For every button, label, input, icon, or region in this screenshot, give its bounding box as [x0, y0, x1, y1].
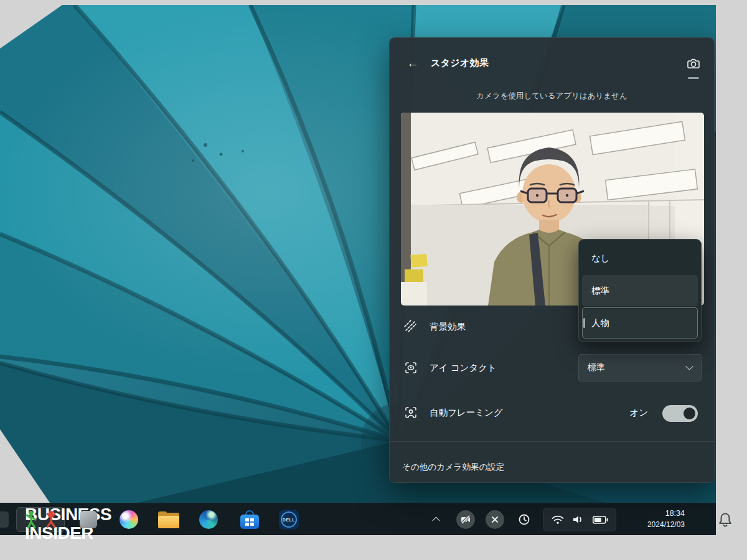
figure-green-app-icon[interactable] [24, 510, 39, 529]
auto-framing-label: 自動フレーミング [430, 407, 503, 419]
edge-browser-icon[interactable] [199, 510, 218, 529]
eye-contact-label: アイ コンタクト [430, 362, 497, 374]
background-effects-menu: なし 標準 人物 [578, 239, 702, 342]
grey-app-icon[interactable] [80, 511, 97, 528]
tray-date: 2024/12/03 [625, 520, 685, 530]
back-button[interactable]: ← [402, 53, 423, 74]
copilot-icon[interactable] [120, 510, 138, 529]
eye-contact-select-value: 標準 [588, 362, 605, 373]
camera-settings-button[interactable] [683, 53, 704, 74]
auto-framing-state-label: オン [611, 398, 648, 427]
camera-status-text: カメラを使用しているアプリはありません [390, 91, 714, 101]
auto-framing-toggle[interactable] [662, 405, 698, 422]
microsoft-store-icon[interactable] [240, 510, 259, 530]
camera-icon [686, 56, 701, 71]
camera-off-button[interactable] [456, 510, 475, 529]
toggle-knob [684, 408, 695, 419]
figure-red-app-icon[interactable] [44, 510, 59, 529]
chevron-up-icon [432, 516, 440, 525]
clock-datetime[interactable]: 18:34 2024/12/03 [625, 508, 685, 531]
menu-item-standard[interactable]: 標準 [582, 275, 698, 306]
dell-label: DELL [283, 518, 295, 522]
panel-title: スタジオ効果 [431, 57, 489, 69]
file-explorer-icon[interactable] [158, 511, 179, 528]
dell-app-icon[interactable]: DELL [279, 510, 299, 530]
focus-clock-button[interactable] [515, 510, 533, 529]
tray-time: 18:34 [625, 508, 685, 520]
clock-icon [518, 513, 530, 526]
back-arrow-icon: ← [407, 57, 419, 70]
panel-drag-handle [688, 77, 699, 79]
dismiss-button[interactable] [486, 510, 504, 529]
folder-front [158, 516, 179, 528]
volume-icon [572, 515, 585, 525]
auto-framing-icon [403, 405, 418, 420]
background-effects-icon [403, 319, 418, 334]
wifi-icon [552, 515, 564, 525]
tray-overflow-button[interactable] [427, 511, 444, 528]
camera-off-icon [460, 514, 471, 525]
menu-item-portrait[interactable]: 人物 [582, 307, 698, 338]
more-camera-settings-link[interactable]: その他のカメラ効果の設定 [402, 451, 504, 483]
chevron-down-icon [685, 362, 693, 370]
battery-icon [593, 516, 608, 524]
notification-bell-icon[interactable] [717, 511, 733, 529]
store-window-logo [245, 518, 254, 526]
dell-ring: DELL [281, 511, 297, 528]
desktop: ← スタジオ効果 カメラを使用しているアプリはありません [0, 5, 716, 535]
eye-contact-icon [403, 360, 418, 375]
studio-effects-panel: ← スタジオ効果 カメラを使用しているアプリはありません [389, 37, 715, 483]
partial-app-icon[interactable] [0, 511, 9, 528]
panel-divider [390, 441, 714, 442]
eye-contact-select[interactable]: 標準 [578, 354, 702, 381]
menu-item-none[interactable]: なし [582, 243, 698, 274]
background-effects-label: 背景効果 [430, 321, 466, 333]
screenshot-canvas: ← スタジオ効果 カメラを使用しているアプリはありません [0, 0, 747, 560]
quick-settings-button[interactable] [543, 508, 616, 531]
close-icon [491, 516, 499, 523]
